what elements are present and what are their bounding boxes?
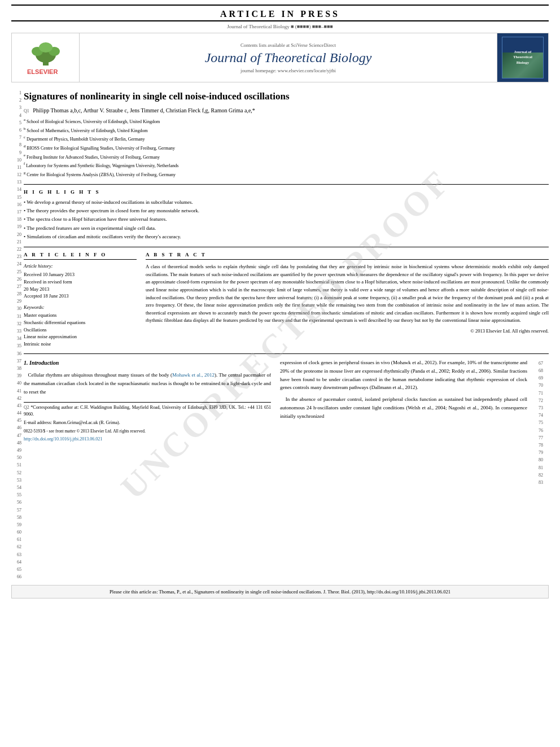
highlight-item: The predicted features are seen in exper… [24,224,549,233]
body-col-left: 1. Introduction Cellular rhythms are ubi… [24,359,271,486]
received-revised-label: Received in revised form [24,278,137,286]
keyword-item: Stochastic differential equations [24,319,137,326]
elsevier-tree-logo [26,39,65,67]
keyword-item: Master equations [24,312,137,319]
highlights-section: H I G H L I G H T S We develop a general… [24,189,549,241]
q2-marker: Q2 [24,405,29,410]
right-line-col: 67 68 69 70 71 72 73 74 75 76 77 78 79 8… [536,359,549,486]
q1-marker: Q1 [24,108,29,113]
svg-point-4 [39,42,53,53]
sciverse-text: Contents lists available at SciVerse Sci… [240,42,336,48]
intro-para2-right: expression of clock genes in peripheral … [280,359,527,421]
article-info-header: A R T I C L E I N F O [24,252,137,260]
rule-after-abstract [24,353,549,354]
received-date: Received 10 January 2013 [24,271,137,278]
highlights-list: We develop a general theory of noise-ind… [24,198,549,241]
footnotes-area: Q2 *Corresponding author at: C.H. Waddin… [24,402,271,443]
header-area: ELSEVIER Contents lists available at Sci… [11,33,549,82]
keyword-item: Intrinsic noise [24,340,137,348]
header-center: Contents lists available at SciVerse Sci… [80,33,497,82]
body-col-right: expression of clock genes in peripheral … [280,359,527,486]
copyright-line: © 2013 Elsevier Ltd. All rights reserved… [146,328,549,334]
header-left: ELSEVIER [12,33,80,82]
rule-after-highlights [24,247,549,247]
highlight-item: We develop a general theory of noise-ind… [24,198,549,207]
keyword-item: Linear noise approximation [24,333,137,340]
ref-link[interactable]: Dallmann et al., 2012 [371,385,415,390]
intro-heading: 1. Introduction [24,359,271,368]
revised-date: 20 May 2013 [24,286,137,293]
article-body-area: UNCORRECTED PROOF Signatures of nonlinea… [24,88,549,580]
accepted-date: Accepted 18 June 2013 [24,292,137,300]
email-footnote: E-mail address: Ramon.Grima@ed.ac.uk (R.… [24,420,271,426]
journal-ref-line: Journal of Theoretical Biology ■ (■■■■) … [0,24,560,29]
elsevier-text-logo: ELSEVIER [26,67,65,76]
abstract-text: A class of theoretical models seeks to e… [146,263,549,325]
abstract-header: A B S T R A C T [146,252,549,260]
article-info: A R T I C L E I N F O Article history: R… [24,252,137,348]
doi-link[interactable]: http://dx.doi.org/10.1016/j.jtbi.2013.06… [24,436,102,442]
doi-line: http://dx.doi.org/10.1016/j.jtbi.2013.06… [24,436,271,443]
ref-link[interactable]: Panda et al., 2002; Reddy et al., 2006 [413,368,489,374]
article-title: Signatures of nonlinearity in single cel… [24,90,549,103]
main-content: 1 2 3 4 5 6 7 8 9 10 11 12 13 14 15 16 1… [11,88,549,599]
highlights-header: H I G H L I G H T S [24,189,549,195]
journal-logo-title: Journal of Theoretical Biology [513,50,532,65]
article-history-label: Article history: [24,263,137,269]
keywords-label: Keywords: [24,304,137,310]
highlight-item: Simulations of circadian and mitotic osc… [24,233,549,241]
ref-link[interactable]: Mohawk et al., 2012 [172,372,215,378]
article-in-press-banner: ARTICLE IN PRESS [11,5,549,21]
svg-text:ELSEVIER: ELSEVIER [27,68,58,75]
header-right: Journal of Theoretical Biology [497,33,548,82]
info-abstract-row: A R T I C L E I N F O Article history: R… [24,252,549,348]
rule-after-affiliations [24,184,549,185]
q2-marker-line: Q2 *Corresponding author at: C.H. Waddin… [24,404,271,418]
journal-title: Journal of Theoretical Biology [205,50,372,65]
intro-para1: Cellular rhythms are ubiquitous througho… [24,371,271,396]
body-section: 1. Introduction Cellular rhythms are ubi… [24,359,549,486]
cite-box: Please cite this article as: Thomas, P.,… [11,585,549,599]
banner-text: ARTICLE IN PRESS [220,9,340,19]
content-with-lines: 1 2 3 4 5 6 7 8 9 10 11 12 13 14 15 16 1… [11,88,549,580]
ref-link[interactable]: Mohawk et al., 2012 [393,360,435,365]
issn-line: 0022-5193/$ - see front matter © 2013 El… [24,428,271,434]
journal-logo-box: Journal of Theoretical Biology [502,37,544,78]
journal-homepage: journal homepage: www.elsevier.com/locat… [240,68,336,73]
keyword-item: Oscillations [24,326,137,334]
left-line-col: 1 2 3 4 5 6 7 8 9 10 11 12 13 14 15 16 1… [11,88,24,580]
authors-line: Q1 Philipp Thomas a,b,c, Arthur V. Strau… [24,107,549,113]
highlight-item: The theory provides the power spectrum i… [24,207,549,215]
highlight-item: The spectra close to a Hopf bifurcation … [24,215,549,224]
ref-link[interactable]: Welsh et al., 2004; Nagoshi et al., 2004 [408,405,491,410]
abstract-section: A B S T R A C T A class of theoretical m… [146,252,549,348]
affiliations: a School of Biological Sciences, Univers… [24,117,549,178]
